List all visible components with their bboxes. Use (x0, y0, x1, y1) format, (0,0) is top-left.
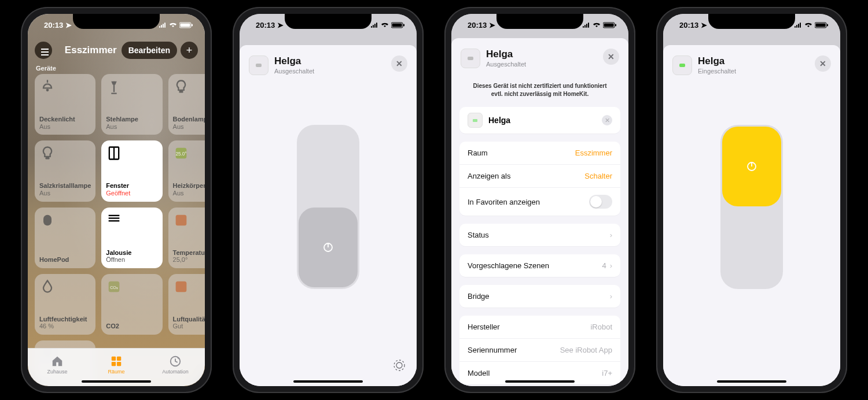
co2-icon: CO₂ (106, 279, 122, 295)
power-slider[interactable] (297, 125, 359, 289)
location-icon: ➤ (65, 21, 72, 29)
close-button[interactable]: ✕ (815, 55, 831, 72)
tile-name: Deckenlicht (39, 116, 91, 123)
device-tile-heizkörper[interactable]: 25.0°HeizkörperAus (168, 140, 205, 201)
tile-name: Temperatur (173, 249, 205, 257)
tile-status: 46 % (39, 323, 91, 330)
device-tile-salzkristalllampe[interactable]: SalzkristalllampeAus (35, 140, 95, 201)
tab-home[interactable]: Zuhause (28, 349, 87, 386)
row-serial-value: See iRobot App (560, 346, 612, 354)
tab-rooms-label: Räume (108, 369, 124, 375)
device-tile-fenster[interactable]: FensterGeöffnet (101, 140, 162, 201)
tile-name: Luftqualität (173, 316, 205, 323)
device-tile-temperatur[interactable]: Temperatur25,0° (168, 208, 205, 268)
close-button[interactable]: ✕ (603, 49, 619, 65)
tile-status: Geöffnet (106, 190, 157, 197)
add-button[interactable]: + (181, 42, 198, 59)
temp-icon (173, 212, 189, 228)
row-showas-label: Anzeigen als (468, 172, 510, 180)
row-serial-label: Seriennummer (468, 346, 517, 354)
row-status[interactable]: Status › (459, 224, 620, 246)
room-card: Raum Esszimmer Anzeigen als Schalter In … (459, 142, 620, 216)
svg-point-19 (46, 89, 49, 92)
svg-rect-26 (43, 214, 52, 225)
home-indicator[interactable] (293, 380, 363, 383)
notch (73, 14, 160, 29)
device-tile-grid: DeckenlichtAusStehlampeAusBodenlampeAusS… (28, 74, 205, 386)
tile-name: Bodenlampe (173, 116, 205, 123)
phone-4: 20:13 ➤ Helga Eingeschaltet ✕ (656, 7, 847, 393)
tab-automation[interactable]: Automation (146, 349, 205, 386)
tile-name: Fenster (106, 182, 157, 190)
status-time: 20:13 (44, 21, 63, 29)
svg-text:CO₂: CO₂ (111, 285, 119, 289)
row-scenes-count: 4 (602, 261, 606, 270)
row-scenes-label: Vorgeschlagene Szenen (468, 261, 549, 270)
phone-2: 20:13 ➤ Helga Ausgeschaltet ✕ (233, 7, 424, 393)
svg-rect-21 (46, 157, 50, 160)
air-icon (173, 279, 189, 295)
settings-gear-button[interactable] (391, 357, 407, 373)
location-icon: ➤ (489, 21, 495, 29)
device-tile-deckenlicht[interactable]: DeckenlichtAus (35, 74, 95, 135)
notch (496, 14, 583, 29)
accessory-sheet: Helga Eingeschaltet ✕ (663, 45, 840, 386)
row-room-value: Esszimmer (575, 149, 612, 157)
accessory-state: Ausgeschaltet (486, 61, 526, 68)
device-tile-co2[interactable]: CO₂CO2 (101, 274, 162, 335)
certification-warning: Dieses Gerät ist nicht zertifiziert und … (451, 72, 628, 107)
row-bridge[interactable]: Bridge › (459, 285, 620, 308)
row-suggested-scenes[interactable]: Vorgeschlagene Szenen 4› (459, 254, 620, 277)
device-tile-bodenlampe[interactable]: BodenlampeAus (168, 74, 205, 135)
row-status-label: Status (468, 231, 489, 239)
accessory-mini-thumb (468, 113, 483, 128)
blinds-icon (106, 212, 122, 228)
device-tile-stehlampe[interactable]: StehlampeAus (101, 74, 162, 135)
row-room[interactable]: Raum Esszimmer (459, 142, 620, 164)
chevron-right-icon: › (610, 292, 612, 301)
row-favorites: In Favoriten anzeigen (459, 187, 620, 216)
chevron-right-icon: › (610, 231, 612, 239)
row-maker: Hersteller iRobot (459, 316, 620, 338)
device-tile-luftfeuchtigkeit[interactable]: Luftfeuchtigkeit46 % (35, 274, 95, 335)
status-time: 20:13 (256, 21, 275, 29)
row-model-label: Modell (468, 369, 490, 377)
power-slider[interactable] (720, 125, 783, 289)
tile-name: Jalousie (106, 249, 157, 257)
edit-button[interactable]: Bearbeiten (122, 42, 177, 59)
tile-name: Heizkörper (173, 182, 205, 190)
accessory-sheet: Helga Ausgeschaltet ✕ (240, 45, 417, 386)
clear-name-button[interactable]: ✕ (602, 115, 612, 125)
close-button[interactable]: ✕ (391, 55, 407, 72)
accessory-thumb (249, 55, 269, 75)
home-indicator[interactable] (82, 380, 151, 383)
row-show-as[interactable]: Anzeigen als Schalter (459, 164, 620, 187)
device-tile-jalousie[interactable]: JalousieÖffnen (101, 208, 162, 268)
device-tile-luftqualität[interactable]: LuftqualitätGut (168, 274, 205, 335)
location-icon: ➤ (277, 21, 284, 29)
power-knob-on[interactable] (722, 127, 781, 206)
notch (285, 14, 372, 29)
favorites-toggle[interactable] (589, 195, 612, 209)
phone-1: 20:13 ➤ Esszimmer Bearbeiten + Geräte De… (21, 7, 212, 393)
location-icon: ➤ (701, 21, 707, 29)
power-knob-off[interactable] (299, 208, 358, 287)
homepod-icon (39, 212, 56, 228)
tile-status: Aus (173, 190, 205, 197)
row-model-value: i7+ (602, 369, 612, 377)
accessory-name-field[interactable]: Helga (488, 116, 510, 125)
tile-name: CO2 (106, 323, 157, 330)
home-indicator[interactable] (717, 380, 786, 383)
window-icon (106, 145, 122, 161)
svg-rect-20 (179, 91, 183, 93)
status-icons (159, 22, 193, 28)
name-card: Helga ✕ (459, 107, 620, 134)
accessory-name: Helga (486, 49, 526, 60)
device-tile-homepod[interactable]: HomePod (35, 208, 95, 268)
list-view-button[interactable] (35, 42, 52, 59)
bulb-icon (173, 79, 189, 95)
accessory-thumb (672, 55, 692, 75)
humidity-icon (39, 279, 56, 295)
svg-rect-30 (175, 214, 186, 225)
home-indicator[interactable] (505, 380, 575, 383)
